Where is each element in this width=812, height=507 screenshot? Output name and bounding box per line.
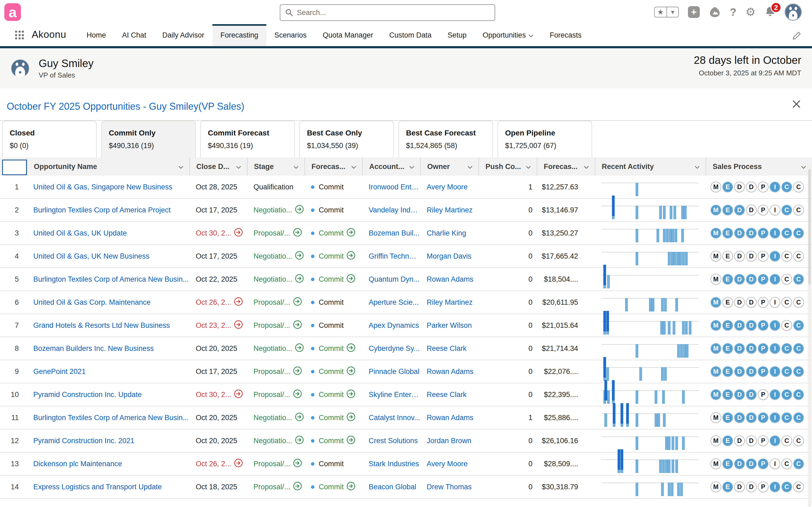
sales-process-step-p[interactable]: P bbox=[758, 435, 768, 446]
sales-process-step-d[interactable]: D bbox=[734, 366, 745, 377]
account-link[interactable]: Beacon Global bbox=[369, 483, 416, 491]
column-header-close-d-[interactable]: Close D... bbox=[189, 158, 247, 176]
sales-process-step-e[interactable]: E bbox=[722, 458, 733, 469]
sales-process-step-i[interactable]: I bbox=[770, 366, 780, 377]
nav-tab-setup[interactable]: Setup bbox=[440, 24, 475, 46]
sales-process-step-i[interactable]: I bbox=[770, 205, 780, 215]
owner-link[interactable]: Rowan Adams bbox=[427, 275, 473, 284]
sales-process-step-e[interactable]: E bbox=[722, 412, 733, 423]
favorites-star-icon[interactable]: ★ bbox=[655, 7, 667, 17]
sales-process-step-d[interactable]: D bbox=[734, 228, 745, 238]
chevron-down-icon[interactable] bbox=[528, 31, 534, 40]
search-input[interactable] bbox=[297, 9, 490, 17]
sales-process-step-d[interactable]: D bbox=[746, 435, 757, 446]
opportunity-name-link[interactable]: Burlington Textiles Corp of America Proj… bbox=[33, 206, 170, 214]
sales-process-step-c[interactable]: C bbox=[793, 458, 804, 469]
sales-process-step-m[interactable]: M bbox=[711, 366, 721, 377]
owner-link[interactable]: Jordan Brown bbox=[427, 437, 471, 445]
sales-process-step-c[interactable]: C bbox=[793, 251, 804, 262]
nav-tab-scenarios[interactable]: Scenarios bbox=[266, 24, 315, 46]
sales-process-step-m[interactable]: M bbox=[711, 343, 721, 354]
sales-process-step-e[interactable]: E bbox=[722, 343, 733, 354]
opportunity-name-link[interactable]: Burlington Textiles Corp of America New … bbox=[33, 275, 189, 284]
sales-process-step-p[interactable]: P bbox=[758, 412, 768, 423]
owner-link[interactable]: Charlie King bbox=[427, 229, 466, 237]
sales-process-step-d[interactable]: D bbox=[746, 320, 757, 331]
opportunity-name-link[interactable]: Bozeman Builders Inc. New Business bbox=[33, 344, 154, 353]
favorites-button[interactable]: ★ ▾ bbox=[654, 7, 679, 17]
sales-process-step-c[interactable]: C bbox=[793, 182, 804, 192]
sales-process-step-d[interactable]: D bbox=[734, 274, 745, 285]
sales-process-step-c[interactable]: C bbox=[793, 297, 804, 308]
sales-process-step-e[interactable]: E bbox=[722, 274, 733, 285]
column-header-forecas-[interactable]: Forecas... bbox=[537, 158, 595, 176]
trailhead-icon[interactable] bbox=[709, 6, 721, 18]
opportunity-name-link[interactable]: Express Logistics and Transport Update bbox=[33, 483, 162, 491]
header-selection-box[interactable] bbox=[2, 160, 27, 175]
account-link[interactable]: Stark Industries bbox=[369, 460, 419, 468]
close-icon[interactable] bbox=[792, 99, 801, 109]
edit-pencil-icon[interactable] bbox=[792, 31, 801, 40]
sales-process-step-d[interactable]: D bbox=[746, 366, 757, 377]
sales-process-step-i[interactable]: I bbox=[770, 389, 780, 400]
sales-process-step-c[interactable]: C bbox=[781, 435, 792, 446]
sales-process-step-c[interactable]: C bbox=[781, 251, 792, 262]
sales-process-step-i[interactable]: I bbox=[770, 343, 780, 354]
opportunity-name-link[interactable]: United Oil & Gas, Singapore New Business bbox=[33, 183, 172, 191]
sales-process-step-m[interactable]: M bbox=[711, 389, 721, 400]
owner-link[interactable]: Avery Moore bbox=[427, 460, 468, 468]
sales-process-step-m[interactable]: M bbox=[711, 228, 721, 238]
account-link[interactable]: Cyberdyne Sy... bbox=[369, 344, 420, 353]
account-link[interactable]: Crest Solutions bbox=[369, 437, 418, 445]
sales-process-step-c[interactable]: C bbox=[781, 320, 792, 331]
owner-link[interactable]: Morgan Davis bbox=[427, 252, 471, 261]
sales-process-step-i[interactable]: I bbox=[770, 412, 780, 423]
sales-process-step-c[interactable]: C bbox=[793, 366, 804, 377]
opportunity-name-link[interactable]: Burlington Textiles Corp of America New … bbox=[33, 414, 189, 422]
account-link[interactable]: Pinnacle Global bbox=[369, 368, 419, 376]
sales-process-step-d[interactable]: D bbox=[746, 251, 757, 262]
sales-process-step-m[interactable]: M bbox=[711, 412, 721, 423]
sales-process-step-m[interactable]: M bbox=[711, 482, 721, 492]
account-link[interactable]: Aperture Scie... bbox=[369, 298, 419, 306]
owner-link[interactable]: Parker Wilson bbox=[427, 321, 472, 330]
sales-process-step-c[interactable]: C bbox=[781, 205, 792, 215]
opportunity-name-link[interactable]: United Oil & Gas, UK Update bbox=[33, 229, 127, 237]
owner-link[interactable]: Avery Moore bbox=[427, 183, 468, 191]
sales-process-step-m[interactable]: M bbox=[711, 297, 721, 308]
sales-process-step-c[interactable]: C bbox=[793, 389, 804, 400]
sales-process-step-e[interactable]: E bbox=[722, 228, 733, 238]
sales-process-step-p[interactable]: P bbox=[758, 228, 768, 238]
sales-process-step-c[interactable]: C bbox=[793, 320, 804, 331]
summary-tab-closed[interactable]: Closed$0 (0) bbox=[2, 121, 97, 158]
opportunity-name-link[interactable]: GenePoint 2021 bbox=[33, 368, 86, 376]
sort-chevron-icon[interactable] bbox=[584, 163, 589, 171]
sales-process-step-c[interactable]: C bbox=[781, 228, 792, 238]
sales-process-step-p[interactable]: P bbox=[758, 297, 768, 308]
vertical-scrollbar[interactable] bbox=[808, 166, 811, 507]
owner-link[interactable]: Riley Martinez bbox=[427, 298, 472, 306]
sales-process-step-p[interactable]: P bbox=[758, 205, 768, 215]
column-header-push-co-[interactable]: Push Co... bbox=[478, 158, 537, 176]
nav-tab-forecasts[interactable]: Forecasts bbox=[542, 24, 590, 46]
opportunity-name-link[interactable]: United Oil & Gas Corp. Maintenance bbox=[33, 298, 151, 306]
sales-process-step-d[interactable]: D bbox=[734, 458, 745, 469]
column-header-sales-process[interactable]: Sales Process bbox=[706, 158, 812, 176]
sales-process-step-p[interactable]: P bbox=[758, 182, 768, 192]
owner-link[interactable]: Reese Clark bbox=[427, 344, 467, 353]
sales-process-step-c[interactable]: C bbox=[781, 482, 792, 492]
sales-process-step-i[interactable]: I bbox=[770, 251, 780, 262]
sales-process-step-i[interactable]: I bbox=[770, 435, 780, 446]
nav-tab-daily-advisor[interactable]: Daily Advisor bbox=[154, 24, 212, 46]
sales-process-step-i[interactable]: I bbox=[770, 320, 780, 331]
sales-process-step-p[interactable]: P bbox=[758, 389, 768, 400]
sales-process-step-p[interactable]: P bbox=[758, 366, 768, 377]
user-avatar[interactable] bbox=[784, 3, 802, 21]
column-header-recent-activity[interactable]: Recent Activity bbox=[595, 158, 706, 176]
sales-process-step-d[interactable]: D bbox=[734, 251, 745, 262]
sort-chevron-icon[interactable] bbox=[467, 163, 472, 171]
sales-process-step-m[interactable]: M bbox=[711, 274, 721, 285]
sales-process-step-p[interactable]: P bbox=[758, 274, 768, 285]
sort-chevron-icon[interactable] bbox=[409, 163, 414, 171]
sales-process-step-e[interactable]: E bbox=[722, 182, 733, 192]
